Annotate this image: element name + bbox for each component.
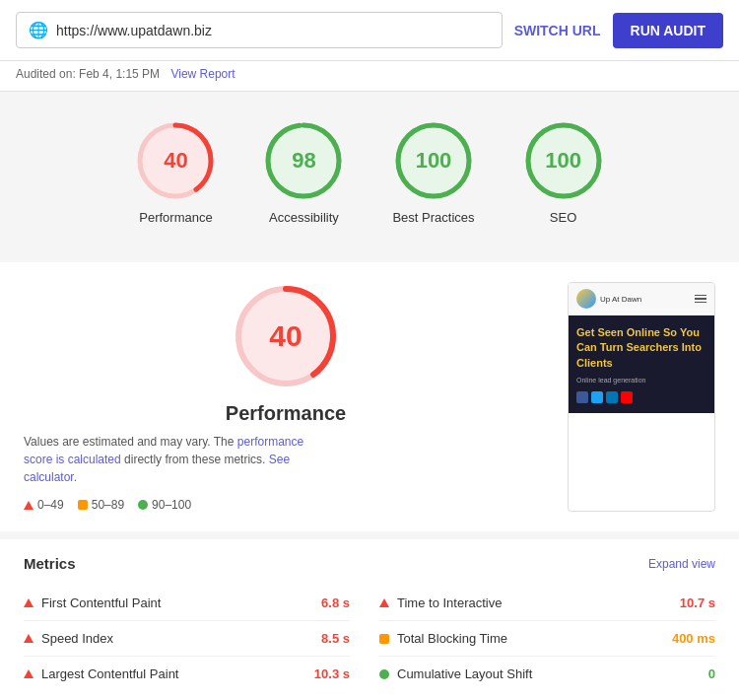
score-item-performance: 40 Performance [136, 121, 215, 225]
score-item-accessibility: 98 Accessibility [264, 121, 343, 225]
header: 🌐 https://www.upatdawn.biz SWITCH URL RU… [0, 0, 739, 61]
legend-orange-label: 50–89 [92, 498, 124, 512]
hamburger-icon [695, 295, 706, 304]
score-number-accessibility: 98 [292, 148, 315, 174]
total-blocking-time-icon [379, 634, 389, 644]
metric-row-2-right: Cumulative Layout Shift 0 [379, 657, 715, 691]
facebook-icon [576, 391, 588, 403]
metric-name: First Contentful Paint [41, 595, 313, 610]
metrics-right-col: Time to Interactive 10.7 s Total Blockin… [370, 586, 715, 691]
scores-section: 40 Performance 98 Accessibility 100 Best… [0, 92, 739, 254]
legend-red: 0–49 [24, 498, 64, 512]
metric-name: Speed Index [41, 631, 313, 646]
score-item-best-practices: 100 Best Practices [392, 121, 474, 225]
legend-orange: 50–89 [78, 498, 124, 512]
view-report-link[interactable]: View Report [170, 67, 235, 81]
metric-value: 6.8 s [321, 595, 350, 610]
metric-name: Time to Interactive [397, 595, 672, 610]
detail-left: 40 Performance Values are estimated and … [24, 282, 548, 512]
legend-red-label: 0–49 [37, 498, 64, 512]
screenshot-headline: Get Seen Online So You Can Turn Searcher… [576, 325, 706, 371]
score-number-performance: 40 [164, 148, 187, 174]
metrics-title: Metrics [24, 555, 76, 572]
metrics-left-col: First Contentful Paint 6.8 s Speed Index… [24, 586, 370, 691]
largest-contentful-paint-icon [24, 669, 34, 678]
time-to-interactive-icon [379, 598, 389, 607]
metric-row-0-left: First Contentful Paint 6.8 s [24, 586, 350, 621]
score-label-best-practices: Best Practices [392, 210, 474, 225]
legend-orange-icon [78, 500, 88, 510]
score-number-best-practices: 100 [416, 148, 452, 174]
first-contentful-paint-icon [24, 598, 34, 607]
circle-best-practices: 100 [394, 121, 473, 200]
metric-name: Largest Contentful Paint [41, 666, 306, 681]
social-icons [576, 391, 706, 403]
metric-value: 10.3 s [314, 666, 350, 681]
detail-score-number: 40 [269, 319, 302, 353]
legend-red-icon [24, 501, 34, 510]
metrics-section: Metrics Expand view First Contentful Pai… [0, 539, 739, 700]
metric-row-0-right: Time to Interactive 10.7 s [379, 586, 715, 621]
screenshot-logo: Up At Dawn [576, 289, 641, 309]
logo-circle-icon [576, 289, 596, 309]
url-display: https://www.upatdawn.biz [56, 23, 212, 38]
metrics-grid: First Contentful Paint 6.8 s Speed Index… [24, 586, 715, 691]
score-label-seo: SEO [550, 210, 576, 225]
expand-view-button[interactable]: Expand view [648, 557, 715, 571]
score-number-seo: 100 [545, 148, 581, 174]
metric-name: Cumulative Layout Shift [397, 666, 701, 681]
circle-accessibility: 98 [264, 121, 343, 200]
audit-info-bar: Audited on: Feb 4, 1:15 PM View Report [0, 61, 739, 92]
legend: 0–49 50–89 90–100 [24, 498, 548, 512]
metric-row-1-right: Total Blocking Time 400 ms [379, 621, 715, 657]
score-item-seo: 100 SEO [524, 121, 603, 225]
metric-value: 8.5 s [321, 631, 350, 646]
metric-row-2-left: Largest Contentful Paint 10.3 s [24, 657, 350, 691]
screenshot-body: Get Seen Online So You Can Turn Searcher… [569, 315, 714, 413]
screenshot-header: Up At Dawn [569, 283, 714, 315]
audit-date: Audited on: Feb 4, 1:15 PM [16, 67, 160, 81]
linkedin-icon [606, 391, 618, 403]
metric-name: Total Blocking Time [397, 631, 664, 646]
metric-value: 400 ms [672, 631, 715, 646]
logo-text: Up At Dawn [600, 295, 641, 304]
metrics-header: Metrics Expand view [24, 555, 715, 572]
globe-icon: 🌐 [29, 21, 48, 39]
detail-score-circle: 40 [24, 282, 548, 390]
website-screenshot: Up At Dawn Get Seen Online So You Can Tu… [568, 282, 715, 512]
score-label-performance: Performance [139, 210, 212, 225]
switch-url-button[interactable]: SWITCH URL [514, 23, 601, 38]
screenshot-sub: Online lead generation [576, 377, 706, 384]
score-label-accessibility: Accessibility [269, 210, 339, 225]
circle-seo: 100 [524, 121, 603, 200]
detail-description: Values are estimated and may vary. The p… [24, 433, 319, 486]
youtube-icon [621, 391, 633, 403]
legend-green: 90–100 [138, 498, 191, 512]
twitter-icon [591, 391, 603, 403]
metric-value: 0 [708, 666, 715, 681]
metric-row-1-left: Speed Index 8.5 s [24, 621, 350, 657]
legend-green-icon [138, 500, 148, 510]
speed-index-icon [24, 634, 34, 643]
legend-green-label: 90–100 [152, 498, 191, 512]
detail-section: 40 Performance Values are estimated and … [0, 262, 739, 531]
run-audit-button[interactable]: RUN AUDIT [613, 13, 723, 48]
circle-performance: 40 [136, 121, 215, 200]
metric-value: 10.7 s [680, 595, 715, 610]
cumulative-layout-shift-icon [379, 669, 389, 679]
url-bar: 🌐 https://www.upatdawn.biz [16, 12, 503, 48]
detail-title: Performance [24, 402, 548, 425]
